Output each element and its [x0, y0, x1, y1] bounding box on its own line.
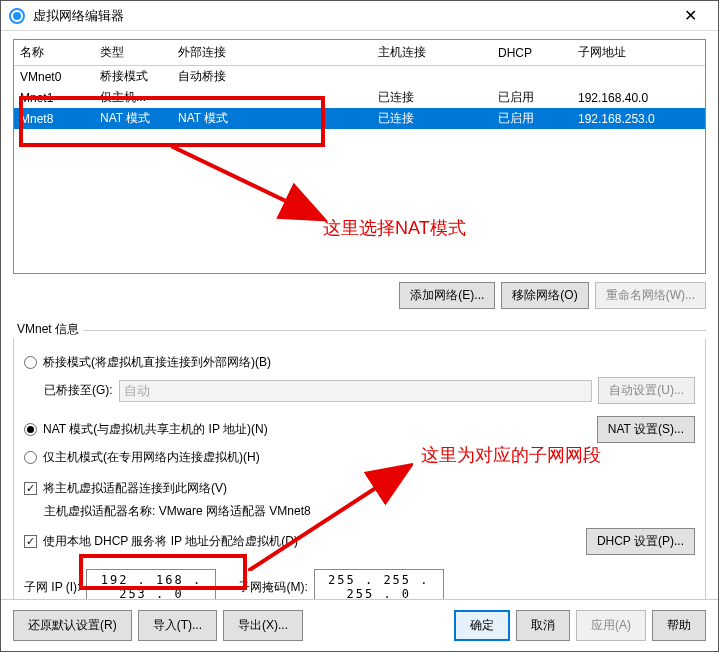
ok-button[interactable]: 确定: [454, 610, 510, 641]
th-host[interactable]: 主机连接: [372, 40, 492, 66]
dhcp-settings-button[interactable]: DHCP 设置(P)...: [586, 528, 695, 555]
bridged-to-label: 已桥接至(G):: [44, 382, 113, 399]
cancel-button[interactable]: 取消: [516, 610, 570, 641]
nat-settings-button[interactable]: NAT 设置(S)...: [597, 416, 695, 443]
rename-network-button: 重命名网络(W)...: [595, 282, 706, 309]
restore-defaults-button[interactable]: 还原默认设置(R): [13, 610, 132, 641]
app-icon: [9, 8, 25, 24]
check-connect-host[interactable]: 将主机虚拟适配器连接到此网络(V): [24, 480, 695, 497]
window-title: 虚拟网络编辑器: [33, 7, 670, 25]
table-row[interactable]: Mnet1仅主机...-已连接已启用192.168.40.0: [14, 87, 705, 108]
group-title: VMnet 信息: [13, 321, 83, 338]
check-use-dhcp[interactable]: 使用本地 DHCP 服务将 IP 地址分配给虚拟机(D) DHCP 设置(P).…: [24, 528, 695, 555]
subnet-mask-label: 子网掩码(M):: [238, 579, 307, 596]
th-subnet[interactable]: 子网地址: [572, 40, 705, 66]
annotation-text-subnet: 这里为对应的子网网段: [421, 443, 601, 467]
auto-settings-button: 自动设置(U)...: [598, 377, 695, 404]
export-button[interactable]: 导出(X)...: [223, 610, 303, 641]
th-dhcp[interactable]: DHCP: [492, 40, 572, 66]
th-ext[interactable]: 外部连接: [172, 40, 372, 66]
remove-network-button[interactable]: 移除网络(O): [501, 282, 588, 309]
help-button[interactable]: 帮助: [652, 610, 706, 641]
add-network-button[interactable]: 添加网络(E)...: [399, 282, 495, 309]
import-button[interactable]: 导入(T)...: [138, 610, 217, 641]
th-name[interactable]: 名称: [14, 40, 94, 66]
annotation-text-nat: 这里选择NAT模式: [323, 216, 466, 240]
table-row[interactable]: VMnet0桥接模式自动桥接: [14, 66, 705, 88]
th-type[interactable]: 类型: [94, 40, 172, 66]
adapter-name-label: 主机虚拟适配器名称: VMware 网络适配器 VMnet8: [44, 503, 695, 520]
bridged-to-select: 自动: [119, 380, 593, 402]
close-button[interactable]: ✕: [670, 1, 710, 31]
table-row-selected[interactable]: Mnet8NAT 模式NAT 模式已连接已启用192.168.253.0: [14, 108, 705, 129]
radio-nat[interactable]: NAT 模式(与虚拟机共享主机的 IP 地址)(N) NAT 设置(S)...: [24, 416, 695, 443]
radio-bridge[interactable]: 桥接模式(将虚拟机直接连接到外部网络)(B): [24, 354, 695, 371]
apply-button: 应用(A): [576, 610, 646, 641]
subnet-ip-label: 子网 IP (I):: [24, 579, 80, 596]
